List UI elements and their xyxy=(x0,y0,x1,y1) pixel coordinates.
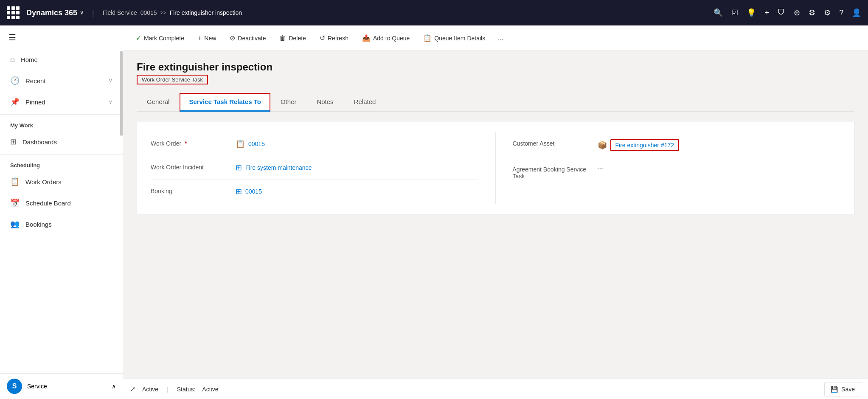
sidebar-item-pinned[interactable]: 📌 Pinned ∨ xyxy=(0,91,123,112)
booking-link[interactable]: 00015 xyxy=(245,188,262,195)
pin-icon: 📌 xyxy=(10,97,20,107)
filter-icon[interactable]: ⛉ xyxy=(778,8,785,17)
breadcrumb-current: Fire extinguisher inspection xyxy=(170,9,242,16)
circle-plus-icon[interactable]: ⊕ xyxy=(794,8,800,17)
brand-label: Dynamics 365 xyxy=(26,8,77,17)
sidebar-item-schedule-board-label: Schedule Board xyxy=(25,200,112,207)
work-order-incident-field-row: Work Order Incident ⊞ Fire system mainte… xyxy=(151,156,478,180)
user-icon[interactable]: 👤 xyxy=(852,8,861,17)
sidebar-divider-2 xyxy=(0,154,123,155)
tabs-bar: General Service Task Relates To Other No… xyxy=(137,93,854,112)
sidebar: ☰ ⌂ Home 🕐 Recent ∨ 📌 Pinned ∨ My Work ⊞… xyxy=(0,25,123,399)
customer-asset-link[interactable]: Fire extinguisher #172 xyxy=(615,142,674,149)
sidebar-item-dashboards-label: Dashboards xyxy=(22,138,112,146)
nav-icons-group: 🔍 ☑ 💡 + ⛉ ⊕ ⚙ ⚙ ? 👤 xyxy=(714,8,861,17)
plus-icon: + xyxy=(198,34,202,42)
sidebar-scroll-area: ⌂ Home 🕐 Recent ∨ 📌 Pinned ∨ My Work ⊞ D… xyxy=(0,49,123,373)
tab-related[interactable]: Related xyxy=(344,93,386,112)
page-title: Fire extinguisher inspection xyxy=(137,61,854,73)
queue-item-details-label: Queue Item Details xyxy=(434,35,485,42)
page-content: Fire extinguisher inspection Work Order … xyxy=(123,51,868,379)
sidebar-item-work-orders[interactable]: 📋 Work Orders xyxy=(0,171,123,192)
work-order-label: Work Order * xyxy=(151,139,236,147)
tab-other[interactable]: Other xyxy=(270,93,307,112)
sidebar-item-recent[interactable]: 🕐 Recent ∨ xyxy=(0,70,123,91)
customer-asset-value: 📦 Fire extinguisher #172 xyxy=(598,139,841,151)
status-prefix: Status: xyxy=(177,386,196,393)
sidebar-item-bookings[interactable]: 👥 Bookings xyxy=(0,214,123,235)
mark-complete-button[interactable]: ✓ Mark Complete xyxy=(130,31,190,45)
booking-field-row: Booking ⊞ 00015 xyxy=(151,180,478,204)
form-right-column: Customer Asset 📦 Fire extinguisher #172 … xyxy=(496,132,841,204)
deactivate-button[interactable]: ⊘ Deactivate xyxy=(224,31,272,45)
refresh-icon: ↺ xyxy=(320,34,325,42)
booking-icon: ⊞ xyxy=(236,187,242,196)
schedule-board-icon: 📅 xyxy=(10,198,20,208)
active-status-text: Active xyxy=(142,386,158,393)
settings-icon[interactable]: ⚙ xyxy=(809,8,815,17)
form-left-column: Work Order * 📋 00015 Work Order Incident xyxy=(151,132,496,204)
work-order-incident-link[interactable]: Fire system maintenance xyxy=(245,164,312,171)
breadcrumb-app[interactable]: Field Service xyxy=(103,9,137,16)
delete-button[interactable]: 🗑 Delete xyxy=(273,31,312,45)
scheduling-section-header: Scheduling xyxy=(0,156,123,171)
breadcrumb-id[interactable]: 00015 xyxy=(140,9,157,16)
status-bar: ⤢ Active | Status: Active 💾 Save xyxy=(123,379,868,399)
refresh-button[interactable]: ↺ Refresh xyxy=(314,31,354,45)
recent-chevron-icon: ∨ xyxy=(109,78,112,84)
top-navigation: Dynamics 365 ∨ | Field Service 00015 >> … xyxy=(0,0,868,25)
add-to-queue-button[interactable]: 📤 Add to Queue xyxy=(356,31,416,45)
sidebar-item-bookings-label: Bookings xyxy=(25,221,112,228)
work-order-value: 📋 00015 xyxy=(236,139,478,149)
help-icon[interactable]: ? xyxy=(839,8,843,17)
status-value: Active xyxy=(202,386,218,393)
nav-separator: | xyxy=(92,8,94,17)
search-icon[interactable]: 🔍 xyxy=(714,8,723,17)
work-order-field-row: Work Order * 📋 00015 xyxy=(151,132,478,156)
sidebar-divider-1 xyxy=(0,114,123,115)
work-order-required-indicator: * xyxy=(185,140,187,147)
brand-name[interactable]: Dynamics 365 ∨ xyxy=(26,8,84,17)
queue-item-details-button[interactable]: 📋 Queue Item Details xyxy=(417,31,491,45)
sidebar-hamburger-button[interactable]: ☰ xyxy=(0,25,123,49)
sidebar-item-work-orders-label: Work Orders xyxy=(25,178,112,185)
queue-icon: 📤 xyxy=(362,34,371,42)
status-separator: | xyxy=(167,386,169,393)
tab-notes[interactable]: Notes xyxy=(306,93,343,112)
tab-general[interactable]: General xyxy=(137,93,180,112)
agreement-booking-service-task-field-row: Agreement Booking Service Task --- xyxy=(513,158,841,186)
save-button[interactable]: 💾 Save xyxy=(824,382,861,396)
brand-chevron[interactable]: ∨ xyxy=(80,10,84,16)
sidebar-item-home[interactable]: ⌂ Home xyxy=(0,49,123,70)
page-subtitle-badge: Work Order Service Task xyxy=(137,75,208,84)
form-card: Work Order * 📋 00015 Work Order Incident xyxy=(137,122,854,214)
trash-icon: 🗑 xyxy=(279,34,286,42)
main-content-area: ✓ Mark Complete + New ⊘ Deactivate 🗑 Del… xyxy=(123,25,868,399)
gear-icon[interactable]: ⚙ xyxy=(824,8,831,17)
customer-asset-field-row: Customer Asset 📦 Fire extinguisher #172 xyxy=(513,132,841,158)
new-label: New xyxy=(204,35,216,42)
new-button[interactable]: + New xyxy=(192,31,222,45)
sidebar-service-section[interactable]: S Service ∧ xyxy=(0,373,123,399)
sidebar-scrollbar[interactable] xyxy=(120,51,123,136)
add-icon[interactable]: + xyxy=(764,8,769,17)
tab-service-task-relates-to[interactable]: Service Task Relates To xyxy=(180,93,270,112)
delete-label: Delete xyxy=(289,35,306,42)
customer-asset-highlight-box: Fire extinguisher #172 xyxy=(610,139,680,151)
bulb-icon[interactable]: 💡 xyxy=(747,8,756,17)
recent-icon: 🕐 xyxy=(10,76,20,85)
service-chevron-icon: ∧ xyxy=(112,383,116,390)
agreement-booking-service-task-value: --- xyxy=(598,165,841,172)
queue-details-icon: 📋 xyxy=(423,34,432,42)
work-order-icon: 📋 xyxy=(236,139,245,149)
work-order-link[interactable]: 00015 xyxy=(248,140,265,147)
activity-icon[interactable]: ☑ xyxy=(731,8,738,17)
mark-complete-label: Mark Complete xyxy=(144,35,184,42)
sidebar-item-dashboards[interactable]: ⊞ Dashboards xyxy=(0,131,123,152)
more-options-button[interactable]: ... xyxy=(493,30,508,46)
sidebar-item-schedule-board[interactable]: 📅 Schedule Board xyxy=(0,192,123,214)
incident-icon: ⊞ xyxy=(236,163,242,172)
expand-icon[interactable]: ⤢ xyxy=(130,385,135,393)
app-launcher-button[interactable] xyxy=(7,6,20,19)
agreement-booking-service-task-dash: --- xyxy=(598,165,604,172)
